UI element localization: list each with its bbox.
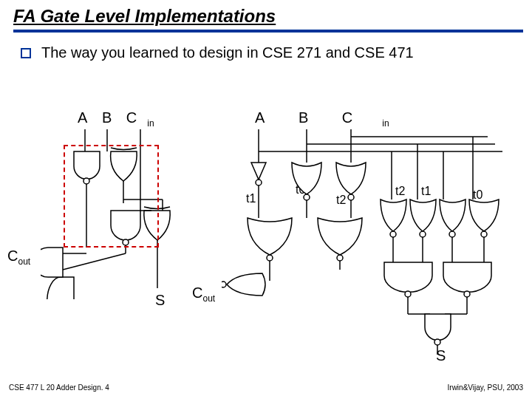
label-a: A — [78, 109, 87, 126]
left-s-label: S — [155, 292, 165, 309]
svg-line-16 — [63, 253, 126, 270]
svg-point-49 — [405, 291, 411, 297]
label-cin: Cin — [126, 109, 165, 126]
svg-point-28 — [337, 255, 343, 261]
label-cin-r: Cin — [342, 109, 419, 126]
svg-marker-20 — [251, 163, 266, 180]
svg-point-22 — [304, 194, 310, 200]
svg-point-42 — [420, 231, 426, 237]
highlight-box — [64, 145, 159, 248]
right-s-label: S — [436, 347, 446, 364]
footer-left: CSE 477 L 20 Adder Design. 4 — [9, 383, 109, 392]
slide-title: FA Gate Level Implementations — [13, 6, 276, 27]
svg-point-23 — [348, 194, 354, 200]
right-cout-label: Cout — [192, 284, 215, 304]
svg-point-50 — [464, 291, 470, 297]
label-a-r: A — [255, 109, 265, 126]
label-b-r: B — [299, 109, 308, 126]
svg-point-27 — [267, 255, 273, 261]
svg-point-21 — [256, 180, 262, 185]
footer-right: Irwin&Vijay, PSU, 2003 — [448, 383, 523, 392]
svg-point-55 — [434, 339, 440, 345]
right-input-labels: A B Cin — [255, 109, 449, 129]
svg-point-32 — [222, 282, 226, 287]
label-b: B — [102, 109, 112, 126]
svg-point-44 — [481, 231, 487, 237]
title-rule — [13, 30, 523, 33]
slide-root: FA Gate Level Implementations The way yo… — [0, 0, 532, 399]
right-circuit — [222, 129, 525, 366]
left-input-labels: A B Cin — [78, 109, 175, 129]
bullet-text: The way you learned to design in CSE 271… — [41, 44, 414, 61]
bullet-row: The way you learned to design in CSE 271… — [21, 44, 414, 61]
svg-point-41 — [390, 231, 396, 237]
left-cout-label: Cout — [7, 248, 30, 267]
bullet-icon — [21, 48, 31, 58]
svg-point-43 — [449, 231, 455, 237]
